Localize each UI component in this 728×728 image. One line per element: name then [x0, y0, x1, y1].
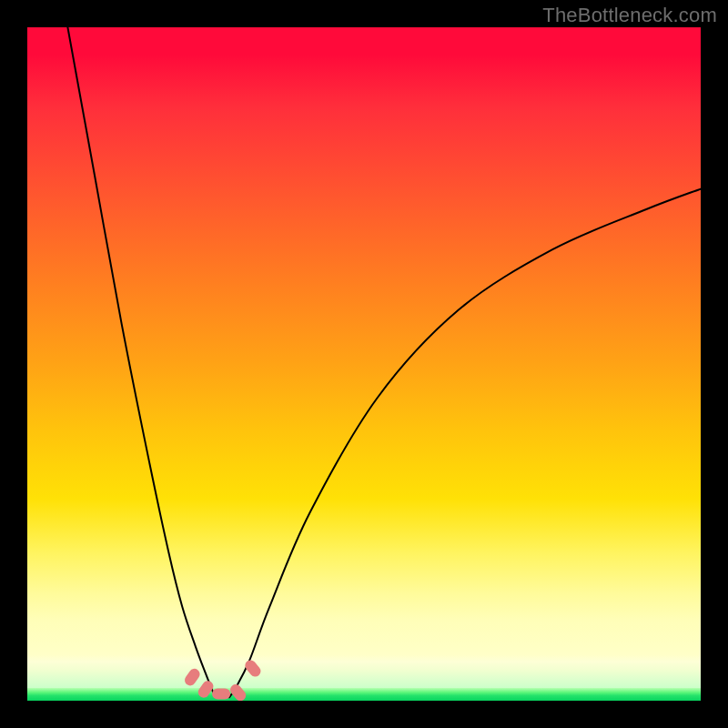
blob-3 [212, 689, 230, 700]
blob-1 [183, 666, 202, 687]
blob-4 [228, 682, 248, 701]
plot-area [27, 27, 701, 701]
curve-layer [27, 27, 701, 701]
curve-left-branch [67, 27, 216, 697]
marker-group [183, 658, 263, 701]
watermark-text: TheBottleneck.com [542, 4, 717, 27]
blob-5 [243, 658, 263, 679]
curve-right-branch [229, 189, 701, 698]
chart-frame: TheBottleneck.com [0, 0, 728, 728]
